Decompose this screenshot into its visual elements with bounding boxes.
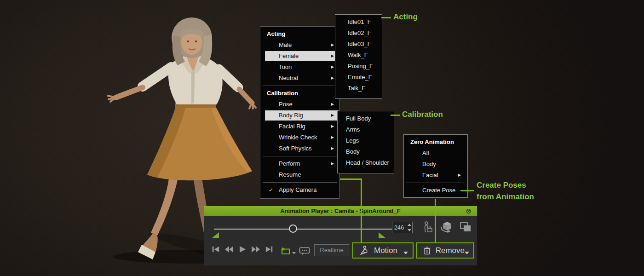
menu-item-create-pose[interactable]: Create Pose: [404, 185, 467, 196]
motion-button[interactable]: Motion: [352, 242, 414, 259]
animation-player-title: Animation Player : Camila - SpinAround_F: [280, 207, 400, 214]
range-start-marker[interactable]: [212, 232, 219, 238]
go-to-start-button[interactable]: [211, 246, 220, 253]
menu-separator: [263, 86, 337, 86]
menu-item-idle01f[interactable]: Idle01_F: [335, 17, 382, 28]
menu-item-talkf[interactable]: Talk_F: [335, 83, 382, 94]
submenu-arrow-icon: ▶: [331, 143, 334, 154]
playback-controls: Realtime Motion Remove: [204, 243, 477, 261]
submenu-arrow-icon: ▶: [331, 132, 334, 143]
menu-item-full-body[interactable]: Full Body: [338, 113, 394, 124]
remove-button-label: Remove: [436, 246, 465, 255]
context-menu-main: Acting Male ▶ Female ▶ Toon ▶ Neutral ▶ …: [260, 26, 339, 199]
realtime-button[interactable]: Realtime: [314, 244, 349, 256]
timeline-track[interactable]: [214, 229, 393, 230]
menu-item-legs[interactable]: Legs: [338, 135, 394, 146]
menu-section-header-zero-animation: Zero Animation: [404, 137, 467, 148]
motion-button-label: Motion: [374, 246, 397, 255]
menu-item-male[interactable]: Male ▶: [260, 40, 339, 51]
menu-item-idle02f[interactable]: Idle02_F: [335, 28, 382, 39]
menu-item-zero-body[interactable]: Body: [404, 159, 467, 170]
loop-options-caret[interactable]: [292, 252, 296, 254]
menu-section-header-calibration: Calibration: [260, 88, 339, 99]
annotation-create-poses: Create Poses from Animation: [477, 179, 534, 202]
menu-item-female[interactable]: Female ▶: [260, 51, 339, 62]
submenu-body-rig: Full Body Arms Legs Body Head / Shoulder: [337, 111, 394, 173]
menu-item-body-rig[interactable]: Body Rig ▶: [260, 110, 339, 121]
submenu-arrow-icon: ▶: [331, 51, 334, 62]
motion-person-icon: [359, 246, 369, 256]
remove-button[interactable]: Remove: [416, 242, 474, 259]
menu-section-header-acting: Acting: [260, 29, 339, 40]
menu-item-toon[interactable]: Toon ▶: [260, 62, 339, 73]
frame-spinner: [406, 222, 412, 233]
annotation-acting: Acting: [393, 12, 418, 22]
frame-spin-down[interactable]: [406, 228, 412, 233]
rewind-button[interactable]: [224, 246, 234, 253]
play-button[interactable]: [238, 246, 247, 253]
submenu-arrow-icon: ▶: [458, 170, 461, 181]
frame-number-value: 246: [392, 222, 406, 233]
submenu-arrow-icon: ▶: [331, 40, 334, 51]
menu-item-neutral[interactable]: Neutral ▶: [260, 73, 339, 84]
transport-buttons: [211, 246, 274, 253]
submenu-arrow-icon: ▶: [331, 73, 334, 84]
menu-item-pose[interactable]: Pose ▶: [260, 99, 339, 110]
menu-item-posingf[interactable]: Posing_F: [335, 61, 382, 72]
submenu-arrow-icon: ▶: [331, 99, 334, 110]
submenu-arrow-icon: ▶: [331, 110, 334, 121]
submenu-acting-female: Idle01_F Idle02_F Idle03_F Walk_F Posing…: [335, 14, 382, 99]
menu-item-wrinkle-check[interactable]: Wrinkle Check ▶: [260, 132, 339, 143]
annotation-calibration: Calibration: [402, 110, 443, 119]
menu-item-emotef[interactable]: Emote_F: [335, 72, 382, 83]
go-to-end-button[interactable]: [264, 246, 274, 253]
fast-forward-button[interactable]: [251, 246, 260, 253]
comment-bubble-icon[interactable]: [299, 247, 310, 256]
menu-item-apply-camera[interactable]: ✓ Apply Camera: [260, 184, 339, 196]
frame-spin-up[interactable]: [406, 222, 412, 228]
close-icon[interactable]: ⊗: [466, 207, 472, 215]
character-lock-icon[interactable]: [422, 221, 434, 234]
menu-item-arms[interactable]: Arms: [338, 124, 394, 135]
submenu-arrow-icon: ▶: [331, 62, 334, 73]
trash-icon: [423, 246, 431, 255]
range-end-marker[interactable]: [379, 232, 386, 238]
menu-separator: [263, 182, 337, 183]
connector-motion-vertical: [361, 178, 362, 243]
duplicate-layers-icon[interactable]: [460, 222, 472, 233]
rotate-object-icon[interactable]: [440, 221, 454, 234]
connector-motion-horizontal: [340, 178, 362, 180]
submenu-arrow-icon: ▶: [331, 158, 334, 169]
menu-item-perform[interactable]: Perform ▶: [260, 158, 339, 169]
menu-item-walkf[interactable]: Walk_F: [335, 50, 382, 61]
menu-item-resume[interactable]: Resume: [260, 169, 339, 180]
annotation-dash-create-pose: [460, 190, 474, 191]
menu-separator: [406, 183, 465, 183]
menu-item-all[interactable]: All: [404, 148, 467, 159]
menu-item-idle03f[interactable]: Idle03_F: [335, 39, 382, 50]
menu-zero-animation: Zero Animation All Body Facial ▶ Create …: [403, 134, 468, 198]
annotation-dash-calibration: [391, 115, 400, 116]
remove-dropdown-caret: [465, 252, 469, 254]
menu-item-facial-rig[interactable]: Facial Rig ▶: [260, 121, 339, 132]
submenu-arrow-icon: ▶: [331, 121, 334, 132]
timeline-handle[interactable]: [289, 224, 297, 233]
loop-playback-icon[interactable]: [280, 247, 291, 256]
viewport-3d[interactable]: Acting Male ▶ Female ▶ Toon ▶ Neutral ▶ …: [0, 0, 644, 276]
frame-number-input[interactable]: 246: [392, 222, 413, 233]
menu-item-facial[interactable]: Facial ▶: [404, 170, 467, 181]
motion-dropdown-caret: [403, 252, 408, 254]
annotation-dash-acting: [381, 17, 391, 18]
menu-item-head-shoulder[interactable]: Head / Shoulder: [338, 157, 394, 168]
connector-remove-vertical: [435, 199, 436, 243]
menu-separator: [263, 156, 337, 156]
menu-item-soft-physics[interactable]: Soft Physics ▶: [260, 143, 339, 154]
menu-item-body[interactable]: Body: [338, 146, 394, 157]
